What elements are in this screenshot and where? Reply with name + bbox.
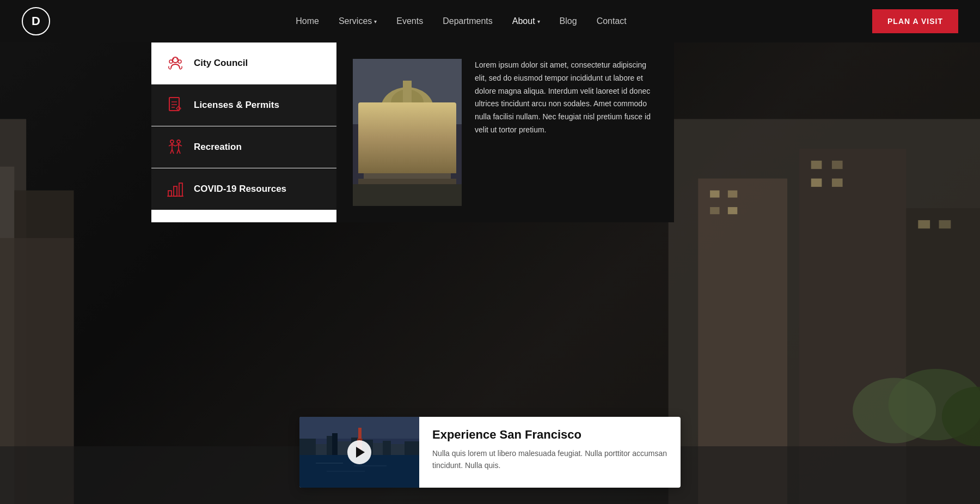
svg-rect-63	[430, 135, 434, 168]
nav-link-departments[interactable]: Departments	[443, 16, 493, 26]
svg-rect-48	[174, 186, 177, 196]
nav-links: Home Services ▾ Events Departments About…	[296, 16, 627, 26]
svg-rect-58	[380, 135, 384, 168]
svg-point-29	[169, 60, 173, 63]
menu-item-licenses-permits[interactable]: Licenses & Permits	[151, 84, 336, 126]
dropdown-menu-left: City Council Licenses & Permits	[151, 42, 336, 222]
recreation-icon	[167, 138, 184, 156]
nav-item-blog[interactable]: Blog	[560, 16, 577, 26]
nav-item-departments[interactable]: Departments	[443, 16, 493, 26]
menu-label-licenses-permits: Licenses & Permits	[194, 100, 279, 111]
nav-item-events[interactable]: Events	[396, 16, 423, 26]
nav-link-home[interactable]: Home	[296, 16, 319, 26]
svg-point-35	[170, 140, 174, 143]
svg-point-28	[173, 57, 178, 63]
services-dropdown-arrow: ▾	[374, 19, 377, 25]
nav-item-home[interactable]: Home	[296, 16, 319, 26]
document-icon	[167, 96, 184, 114]
svg-rect-49	[179, 183, 182, 196]
svg-line-46	[179, 149, 180, 154]
video-title: Experience San Francisco	[432, 428, 667, 442]
svg-rect-61	[414, 135, 418, 168]
chart-icon	[167, 180, 184, 198]
dropdown-building-image	[353, 59, 462, 206]
svg-rect-54	[377, 124, 437, 168]
svg-rect-60	[396, 135, 401, 168]
plan-visit-button[interactable]: PLAN A VISIT	[872, 9, 958, 33]
nav-item-services[interactable]: Services ▾	[339, 16, 377, 26]
video-thumbnail	[299, 417, 419, 488]
nav-item-contact[interactable]: Contact	[597, 16, 627, 26]
menu-label-recreation: Recreation	[194, 142, 242, 153]
menu-item-city-council[interactable]: City Council	[151, 42, 336, 84]
svg-point-30	[178, 60, 181, 63]
play-button[interactable]	[347, 440, 371, 464]
about-dropdown-arrow: ▾	[537, 19, 540, 25]
logo-letter: D	[32, 14, 40, 28]
svg-rect-59	[388, 135, 393, 168]
nav-link-about[interactable]: About	[512, 16, 535, 26]
nav-link-services[interactable]: Services	[339, 16, 372, 26]
dropdown-right-panel: Lorem ipsum dolor sit amet, consectetur …	[336, 42, 674, 222]
nav-link-blog[interactable]: Blog	[560, 16, 577, 26]
dropdown-description-text: Lorem ipsum dolor sit amet, consectetur …	[475, 59, 658, 137]
menu-label-covid-resources: COVID-19 Resources	[194, 184, 286, 195]
svg-rect-53	[383, 108, 432, 162]
dropdown-panel: City Council Licenses & Permits	[151, 42, 674, 222]
main-content: City Council Licenses & Permits	[0, 42, 980, 504]
logo[interactable]: D	[22, 7, 50, 35]
nav-item-about[interactable]: About ▾	[512, 16, 540, 26]
menu-label-city-council: City Council	[194, 58, 248, 69]
svg-line-44	[172, 149, 174, 154]
svg-rect-68	[353, 59, 462, 206]
svg-rect-31	[169, 98, 179, 111]
nav-link-events[interactable]: Events	[396, 16, 423, 26]
video-description: Nulla quis lorem ut libero malesuada feu…	[432, 447, 667, 472]
people-icon	[167, 54, 184, 72]
menu-item-covid-resources[interactable]: COVID-19 Resources	[151, 168, 336, 210]
menu-item-recreation[interactable]: Recreation	[151, 126, 336, 168]
nav-link-contact[interactable]: Contact	[597, 16, 627, 26]
play-triangle-icon	[356, 447, 365, 458]
svg-point-36	[177, 140, 180, 143]
svg-rect-62	[422, 135, 426, 168]
svg-rect-64	[369, 168, 445, 173]
navbar: D Home Services ▾ Events Departments Abo…	[0, 0, 980, 42]
video-info: Experience San Francisco Nulla quis lore…	[419, 417, 681, 488]
dropdown-description: Lorem ipsum dolor sit amet, consectetur …	[475, 59, 658, 206]
video-card: Experience San Francisco Nulla quis lore…	[299, 417, 681, 488]
svg-rect-47	[168, 191, 171, 196]
